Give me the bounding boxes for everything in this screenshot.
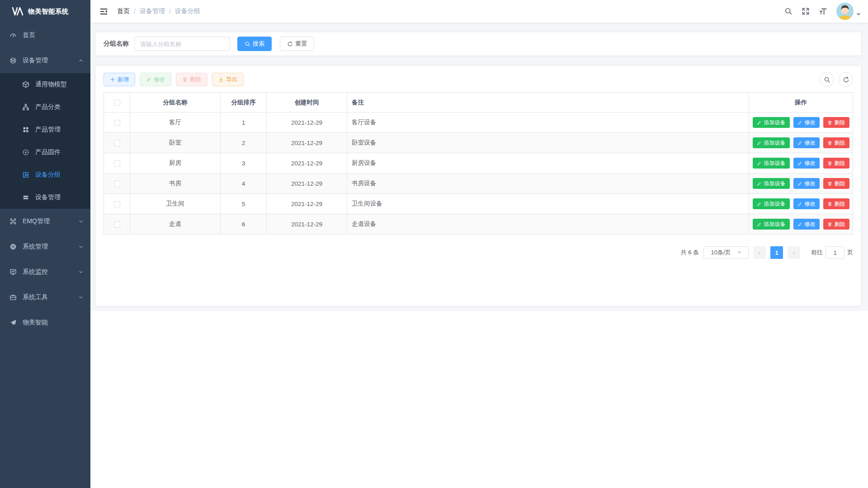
sidebar-item-device-list[interactable]: 设备管理 [0,186,90,209]
device-group-icon [22,171,29,178]
remark-cell: 卧室设备 [347,133,749,153]
reset-button[interactable]: 重置 [280,37,314,51]
goto-page-input[interactable] [826,246,844,259]
add-device-button[interactable]: 添加设备 [753,198,790,209]
refresh-table-button[interactable] [839,72,853,87]
sidebar-item-thing-model[interactable]: 通用物模型 [0,73,90,96]
avatar[interactable] [836,3,854,20]
next-page-button[interactable]: › [788,246,800,259]
sidebar-item-system-monitor[interactable]: 系统监控 [0,259,90,285]
delete-button[interactable]: 删除 [176,73,208,86]
breadcrumb-item: 设备分组 [175,7,200,15]
row-delete-button[interactable]: 删除 [823,137,849,148]
row-checkbox[interactable] [114,201,120,207]
sidebar-item-label: 设备分组 [35,171,83,179]
sphere-icon [9,57,17,64]
breadcrumb: 首页/设备管理/设备分组 [117,7,784,15]
group-name-cell: 走道 [130,214,221,235]
add-device-button[interactable]: 添加设备 [753,219,790,230]
trash-icon [182,77,188,82]
add-button[interactable]: 新增 [104,73,135,86]
breadcrumb-item[interactable]: 首页 [117,7,130,15]
prev-page-button[interactable]: ‹ [753,246,766,259]
trash-icon [827,202,832,206]
sidebar-item-label: 产品固件 [35,148,83,156]
group-name-input[interactable] [134,37,230,51]
device-group-table: 分组名称分组排序创建时间备注操作 客厅 1 2021-12-29 客厅设备 添加… [104,92,853,235]
column-header: 分组排序 [221,93,267,113]
sidebar-item-label: EMQ管理 [23,217,79,225]
sidebar-item-product-management[interactable]: 产品管理 [0,118,90,141]
sidebar-item-product-category[interactable]: 产品分类 [0,96,90,118]
row-delete-button[interactable]: 删除 [823,117,849,128]
group-order-cell: 6 [221,214,267,235]
toggle-search-button[interactable] [820,72,834,87]
row-edit-button[interactable]: 修改 [793,219,820,230]
add-device-button[interactable]: 添加设备 [753,137,790,148]
row-edit-button[interactable]: 修改 [793,158,820,169]
row-checkbox[interactable] [114,160,120,167]
grid-icon [22,126,29,133]
submenu-device-management: 通用物模型 产品分类 产品管理 产品固件 设备分组 设备管理 [0,73,90,209]
add-device-button[interactable]: 添加设备 [753,178,790,189]
row-checkbox-cell [104,174,130,194]
pen-icon [757,202,762,206]
edit-button[interactable]: 修改 [140,73,171,86]
row-delete-button[interactable]: 删除 [823,198,849,209]
goto-page: 前往 页 [811,246,853,259]
page-number-button[interactable]: 1 [770,246,783,259]
sidebar-item-system-tools[interactable]: 系统工具 [0,285,90,310]
pen-icon [757,120,762,125]
sitemap-icon [22,103,29,111]
sidebar-item-device-management[interactable]: 设备管理 [0,48,90,73]
header-search-icon[interactable] [784,7,793,15]
table-panel: 新增 修改 删除 导出 [95,65,862,306]
add-device-button[interactable]: 添加设备 [753,117,790,128]
row-checkbox[interactable] [114,181,120,187]
row-edit-button[interactable]: 修改 [793,117,820,128]
table-row: 厨房 3 2021-12-29 厨房设备 添加设备 修改 删除 [104,153,853,174]
search-icon [824,76,830,83]
row-delete-button[interactable]: 删除 [823,158,849,169]
table-row: 走道 6 2021-12-29 走道设备 添加设备 修改 删除 [104,214,853,235]
group-order-cell: 1 [221,113,267,133]
table-toolbar: 新增 修改 删除 导出 [104,72,853,87]
sidebar-item-product-firmware[interactable]: 产品固件 [0,141,90,164]
fullscreen-icon[interactable] [802,7,810,15]
sidebar-item-label: 通用物模型 [35,80,83,89]
main-area: 首页/设备管理/设备分组 [90,0,868,488]
chevron-down-icon [79,244,83,249]
sidebar-item-wumei-smart[interactable]: 物美智能 [0,310,90,335]
page-size-select[interactable]: 10条/页 [703,246,749,259]
group-name-cell: 卧室 [130,133,221,153]
pen-icon [797,181,802,186]
table-header-row: 分组名称分组排序创建时间备注操作 [104,93,853,113]
app-logo[interactable]: 物美智能系统 [0,0,90,23]
export-button[interactable]: 导出 [212,73,244,86]
row-delete-button[interactable]: 删除 [823,178,849,189]
row-checkbox-cell [104,133,130,153]
sidebar-item-device-group[interactable]: 设备分组 [0,164,90,186]
row-delete-button[interactable]: 删除 [823,219,849,230]
search-button[interactable]: 搜索 [237,37,272,51]
select-all-checkbox[interactable] [114,99,120,106]
row-checkbox[interactable] [114,120,120,126]
sidebar-item-label: 系统监控 [23,268,79,276]
table-row: 卫生间 5 2021-12-29 卫生间设备 添加设备 修改 删除 [104,194,853,214]
row-edit-button[interactable]: 修改 [793,137,820,148]
sidebar-item-label: 首页 [23,31,83,39]
add-device-button[interactable]: 添加设备 [753,158,790,169]
user-menu[interactable] [836,3,861,20]
trash-icon [827,120,832,125]
row-edit-button[interactable]: 修改 [793,178,820,189]
actions-cell: 添加设备 修改 删除 [749,174,853,194]
row-checkbox[interactable] [114,221,120,228]
row-checkbox[interactable] [114,140,120,146]
sidebar-fold-icon[interactable] [98,5,110,18]
row-edit-button[interactable]: 修改 [793,198,820,209]
sidebar-item-system-management[interactable]: 系统管理 [0,234,90,259]
sidebar-item-emq-management[interactable]: EMQ管理 [0,209,90,234]
column-header: 分组名称 [130,93,221,113]
font-size-icon[interactable] [819,7,827,16]
sidebar-item-home[interactable]: 首页 [0,23,90,48]
